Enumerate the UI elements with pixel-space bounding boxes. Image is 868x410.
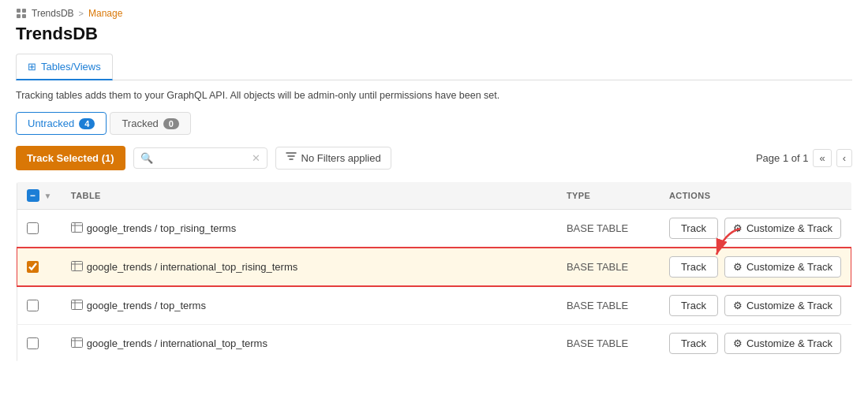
tab-tracked-badge: 0 — [163, 118, 179, 129]
table-icon-3 — [71, 300, 83, 312]
row-2-customize-button[interactable]: ⚙ Customize & Track — [724, 256, 841, 278]
filter-icon — [286, 152, 297, 164]
row-1-track-button[interactable]: Track — [669, 218, 718, 239]
table-row: google_trends / international_top_terms … — [17, 325, 851, 363]
tab-untracked-badge: 4 — [79, 118, 95, 129]
row-3-type: BASE TABLE — [557, 286, 660, 325]
filter-label: No Filters applied — [301, 152, 381, 164]
first-page-button[interactable]: « — [813, 149, 831, 167]
tables-list: − ▼ TABLE TYPE ACTIONS — [16, 181, 852, 363]
row-1-customize-button[interactable]: ⚙ Customize & Track — [724, 218, 841, 239]
breadcrumb-manage-link[interactable]: Manage — [88, 8, 122, 19]
row-1-checkbox[interactable] — [27, 222, 39, 234]
row-4-checkbox[interactable] — [27, 337, 39, 349]
th-checkbox: − ▼ — [17, 182, 62, 210]
tab-untracked-label: Untracked — [28, 117, 74, 129]
row-1-type: BASE TABLE — [557, 210, 660, 248]
tables-views-icon: ⊞ — [28, 61, 36, 73]
svg-rect-7 — [71, 261, 82, 270]
th-actions: ACTIONS — [660, 182, 851, 210]
sort-icon[interactable]: ▼ — [44, 192, 52, 200]
gear-icon-2: ⚙ — [733, 261, 743, 273]
gear-icon-3: ⚙ — [733, 300, 743, 311]
table-icon-2 — [71, 261, 83, 274]
row-1-table-name: google_trends / top_rising_terms — [62, 210, 557, 248]
svg-rect-2 — [17, 14, 21, 18]
row-4-track-button[interactable]: Track — [669, 333, 718, 354]
info-text: Tracking tables adds them to your GraphQ… — [16, 90, 852, 101]
tab-untracked[interactable]: Untracked 4 — [16, 112, 107, 135]
row-4-table-name: google_trends / international_top_terms — [62, 325, 557, 363]
track-selected-button[interactable]: Track Selected (1) — [16, 146, 125, 170]
svg-rect-11 — [71, 300, 82, 309]
table-row: google_trends / top_rising_terms BASE TA… — [17, 210, 851, 248]
breadcrumb-separator: > — [79, 9, 84, 18]
svg-rect-4 — [71, 222, 82, 232]
svg-rect-1 — [22, 9, 26, 13]
search-input[interactable] — [158, 152, 247, 164]
row-3-checkbox[interactable] — [27, 300, 39, 311]
tab-tables-views[interactable]: ⊞ Tables/Views — [16, 54, 113, 80]
row-2-table-name: google_trends / international_top_rising… — [62, 248, 557, 286]
row-3-track-button[interactable]: Track — [669, 295, 718, 316]
pagination: Page 1 of 1 « ‹ — [756, 149, 852, 167]
row-4-type: BASE TABLE — [557, 325, 660, 363]
header-checkbox-minus[interactable]: − — [27, 189, 39, 202]
tab-tracked[interactable]: Tracked 0 — [110, 112, 191, 135]
th-table: TABLE — [62, 182, 557, 210]
row-4-customize-button[interactable]: ⚙ Customize & Track — [724, 333, 841, 354]
row-1-checkbox-cell — [17, 210, 62, 248]
row-2-track-button[interactable]: Track — [669, 256, 718, 278]
row-2-type: BASE TABLE — [557, 248, 660, 286]
filter-button[interactable]: No Filters applied — [275, 147, 391, 170]
row-3-checkbox-cell — [17, 286, 62, 325]
row-4-checkbox-cell — [17, 325, 62, 363]
prev-page-button[interactable]: ‹ — [836, 149, 852, 167]
th-type: TYPE — [557, 182, 660, 210]
row-4-actions: Track ⚙ Customize & Track — [660, 325, 851, 363]
gear-icon-1: ⚙ — [733, 222, 743, 234]
toolbar: Track Selected (1) 🔍 ✕ No Filters applie… — [16, 146, 852, 170]
search-icon: 🔍 — [140, 152, 153, 164]
row-2-checkbox-cell — [17, 248, 62, 286]
row-3-customize-button[interactable]: ⚙ Customize & Track — [724, 295, 841, 316]
table-icon-1 — [71, 222, 83, 235]
svg-rect-0 — [17, 9, 21, 13]
row-2-actions: Track ⚙ Customize & Track — [660, 248, 851, 286]
search-clear-icon[interactable]: ✕ — [252, 152, 260, 164]
svg-rect-14 — [71, 337, 82, 347]
gear-icon-4: ⚙ — [733, 337, 743, 349]
tables-views-label: Tables/Views — [41, 61, 101, 73]
row-1-actions: Track ⚙ Customize & Track — [660, 210, 851, 248]
breadcrumb-app: TrendsDB — [16, 8, 74, 19]
sub-tab-bar: Untracked 4 Tracked 0 — [16, 112, 852, 135]
search-box: 🔍 ✕ — [133, 147, 268, 169]
row-3-actions: Track ⚙ Customize & Track — [660, 286, 851, 325]
table-container: − ▼ TABLE TYPE ACTIONS — [16, 181, 852, 363]
table-row: google_trends / top_terms BASE TABLE Tra… — [17, 286, 851, 325]
table-icon-4 — [71, 337, 83, 350]
breadcrumb: TrendsDB > Manage — [16, 0, 852, 24]
svg-rect-3 — [22, 14, 26, 18]
pagination-text: Page 1 of 1 — [756, 152, 809, 164]
page-title: TrendsDB — [16, 24, 852, 44]
main-tab-bar: ⊞ Tables/Views — [16, 54, 852, 80]
tab-tracked-label: Tracked — [122, 117, 158, 129]
table-row: google_trends / international_top_rising… — [17, 248, 851, 286]
row-2-checkbox[interactable] — [27, 261, 39, 273]
row-3-table-name: google_trends / top_terms — [62, 286, 557, 325]
